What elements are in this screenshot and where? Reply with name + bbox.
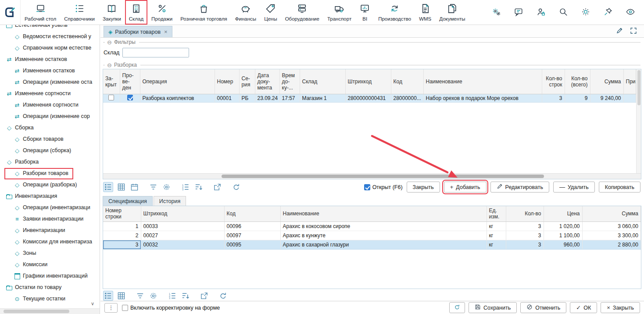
sort-icon[interactable] [194,182,203,192]
posted-checkbox[interactable] [127,95,133,100]
column-header[interactable]: Номер [215,69,239,94]
column-header[interactable]: Штрихкод [345,69,391,94]
sidebar-item-razborka[interactable]: ◇Разборка [0,156,99,168]
pencil-icon[interactable] [616,27,623,36]
sidebar-item-vedomosti[interactable]: ◇Ведомости естественной у [0,31,99,42]
edit-button[interactable]: Редактировать [490,182,549,193]
sidebar-item-tekushchie-ostatki[interactable]: ⊙Текущие остатки [0,293,99,304]
column-header[interactable]: Номер строки [103,206,141,221]
column-header[interactable]: Про-ве-ден [120,69,140,94]
collapse-icon[interactable]: ⊖ [107,62,112,68]
lines-count-cell[interactable]: 3 [542,94,565,102]
menu-item-equipment[interactable]: Оборудование [281,0,323,25]
column-header[interactable]: За-крыт [103,69,120,94]
row-number-cell[interactable]: 1 [103,221,141,231]
sidebar-item-komissii[interactable]: ◇Комиссии [0,259,99,270]
sidebar-item-ostatki-po-tovaru[interactable]: Остатки по товару [0,282,99,293]
sidebar-item-izmenenie-sortnosti[interactable]: ⇄Изменение сортности [0,88,99,99]
refresh-button[interactable] [449,302,465,313]
close-form-button[interactable]: ×Закрыть [601,302,640,313]
menu-item-transport[interactable]: Транспорт [323,0,355,25]
column-header[interactable]: Склад [300,69,345,94]
numbered-list-icon[interactable]: 123 [181,182,190,192]
scrollbar-thumb[interactable] [4,310,69,313]
comment-icon[interactable] [514,7,523,18]
table-row[interactable]: Разборка коиплектов 00001 РБ 23.09.24 17… [103,94,636,102]
eye-icon[interactable] [626,7,635,18]
horizontal-scrollbar[interactable] [103,173,641,179]
number-cell[interactable]: 00001 [215,94,239,102]
doc-time-cell[interactable]: 17:57 [279,94,300,102]
list-view-icon[interactable] [104,182,113,192]
column-header[interactable]: Дата доку-мента [255,69,279,94]
menu-item-references[interactable]: Справочники [60,0,99,25]
calendar-icon[interactable] [130,182,139,192]
ok-button[interactable]: ✓ОК [570,302,597,313]
operation-cell[interactable]: Разборка коиплектов [140,94,215,102]
pin-icon[interactable] [603,7,613,18]
sidebar-item-sborki-tovarov[interactable]: ◇Сборки товаров [0,133,99,145]
column-header[interactable]: Прим [623,69,636,94]
sidebar-item-inventarizacii[interactable]: ◇Инвентаризации [0,225,99,236]
price-cell[interactable]: 960,00 [544,240,582,249]
spec-row[interactable]: 1 00033 00096 Арахис в кокосовом сиропе … [103,221,641,231]
numbered-list-icon[interactable]: 123 [168,291,177,300]
scrollbar-thumb[interactable] [637,70,640,105]
grid-view-icon[interactable] [117,182,126,192]
sidebar-item-operacii-invent[interactable]: ◇Операции (инвентаризаци [0,202,99,213]
row-number-cell[interactable]: 3 [103,240,141,249]
column-header[interactable]: Се-рия [239,69,255,94]
refresh-icon[interactable] [232,182,241,192]
gear-icon[interactable] [162,182,171,192]
name-cell[interactable]: Набор орехов в подарок Море орехов [423,94,542,102]
close-doc-button[interactable]: Закрыть [407,182,440,193]
settings-gears-icon[interactable] [491,7,501,18]
sidebar-item-inventarizaciya[interactable]: Инвентаризация [0,190,99,202]
menu-item-retail[interactable]: Розничная торговля [176,0,231,25]
closed-checkbox[interactable] [108,95,114,100]
barcode-cell[interactable]: 00032 [141,240,224,249]
expand-icon[interactable] [630,27,637,36]
sidebar-item-operacii-izm-sort[interactable]: ⇄Операции (изменение сор [0,111,99,122]
sidebar-item-izmeneniya-sortnosti[interactable]: ⇄Изменения сортности [0,99,99,111]
note-cell[interactable] [623,94,636,102]
sidebar-horizontal-scrollbar[interactable] [0,308,100,314]
column-header[interactable]: Ед. изм. [487,206,506,221]
menu-item-production[interactable]: Производство [374,0,415,25]
add-button[interactable]: +Добавить [444,182,487,193]
collapse-icon[interactable]: ⊖ [107,39,112,45]
column-header[interactable]: Сумма [582,206,641,221]
sklad-filter-input[interactable] [122,48,189,57]
column-header[interactable]: Операция [140,69,215,94]
delete-button[interactable]: —Удалить [553,182,595,193]
column-header[interactable]: Врем до-ку-... [279,69,300,94]
menu-item-bi[interactable]: BI [355,0,374,25]
scrollbar-thumb[interactable] [222,175,544,178]
barcode-cell[interactable]: 00033 [141,221,224,231]
menu-item-desktop[interactable]: Рабочий стол [21,0,60,25]
spec-row-selected[interactable]: 3 00032 00095 Арахис в сахарной глазури … [103,240,641,249]
grid-view-icon[interactable] [117,291,126,300]
spec-row[interactable]: 2 00027 00097 Арахис в кунжуте кг 3 1 10… [103,231,641,240]
filter-icon[interactable] [149,182,158,192]
sidebar-item-zayavki-invent[interactable]: ≡Заявки инвентаризации [0,213,99,225]
sidebar-item-estestvennaya-ubyl[interactable]: Естественная убыль [0,25,99,31]
cancel-button[interactable]: Отменить [520,302,566,313]
code-cell[interactable]: 00096 [224,221,280,231]
qty-cell[interactable]: 3 [506,221,544,231]
menu-item-wms[interactable]: WMS [415,0,435,25]
sum-cell[interactable]: 3 060,00 [582,221,641,231]
price-cell[interactable]: 1 100,00 [544,231,582,240]
sidebar-item-operacii-razborka[interactable]: ◇Операции (разборка) [0,179,99,190]
external-link-icon[interactable] [213,182,222,192]
doc-date-cell[interactable]: 23.09.24 [255,94,279,102]
unit-cell[interactable]: кг [487,231,506,240]
menu-item-warehouse[interactable]: Склад [125,0,147,25]
menu-item-prices[interactable]: Цены [260,0,281,25]
menu-item-finance[interactable]: Финансы [231,0,260,25]
tab-specification[interactable]: Спецификация [103,196,153,206]
external-link-icon[interactable] [200,291,209,300]
qty-cell[interactable]: 3 [506,240,544,249]
column-header[interactable]: Кол-во [506,206,544,221]
sum-cell[interactable]: 3 300,00 [582,231,641,240]
